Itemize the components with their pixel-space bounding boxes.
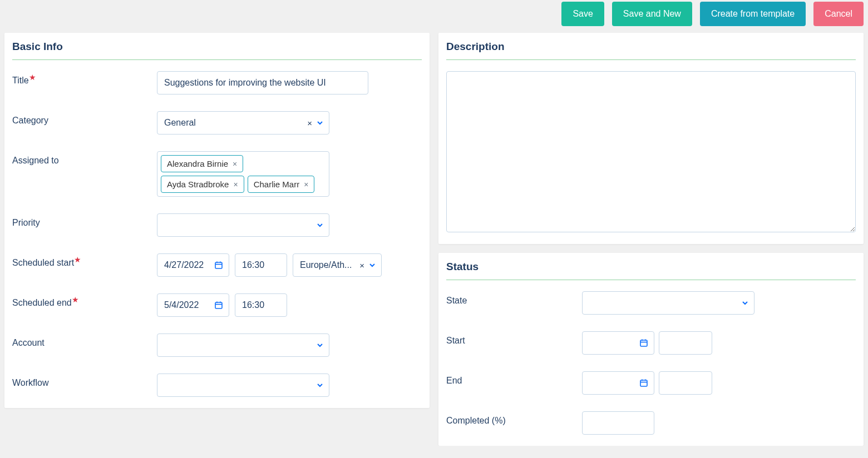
scheduled-end-time-value: 16:30 bbox=[242, 300, 264, 310]
scheduled-end-time-input[interactable]: 16:30 bbox=[235, 293, 287, 317]
label-start: Start bbox=[446, 331, 582, 346]
scheduled-start-time-input[interactable]: 16:30 bbox=[235, 253, 287, 277]
label-scheduled-end-text: Scheduled end bbox=[12, 298, 72, 307]
field-row-title: Title★ bbox=[12, 71, 422, 94]
scheduled-start-date-input[interactable]: 4/27/2022 bbox=[157, 253, 229, 277]
field-row-start: Start bbox=[446, 331, 856, 355]
scheduled-end-date-input[interactable]: 5/4/2022 bbox=[157, 293, 229, 317]
save-and-new-button[interactable]: Save and New bbox=[612, 2, 692, 26]
label-completed: Completed (%) bbox=[446, 411, 582, 426]
field-row-state: State bbox=[446, 291, 856, 315]
remove-tag-icon[interactable]: × bbox=[233, 180, 238, 189]
field-row-completed: Completed (%) bbox=[446, 411, 856, 435]
clear-icon[interactable]: × bbox=[307, 118, 312, 128]
action-toolbar: Save Save and New Create from template C… bbox=[4, 0, 864, 33]
status-panel: Status State Start bbox=[438, 253, 864, 446]
required-star-icon: ★ bbox=[74, 255, 81, 264]
tag-label: Alexandra Birnie bbox=[167, 159, 228, 168]
basic-info-panel: Basic Info Title★ Category General bbox=[4, 33, 430, 408]
svg-rect-0 bbox=[215, 262, 222, 268]
start-time-input[interactable] bbox=[659, 331, 712, 355]
scheduled-start-date-value: 4/27/2022 bbox=[164, 260, 204, 270]
save-button[interactable]: Save bbox=[561, 2, 604, 26]
chevron-down-icon bbox=[317, 342, 323, 349]
end-time-input[interactable] bbox=[659, 371, 712, 395]
assigned-to-input[interactable]: Alexandra Birnie × Ayda Stradbroke × Cha… bbox=[157, 151, 329, 197]
clear-icon[interactable]: × bbox=[359, 261, 364, 270]
required-star-icon: ★ bbox=[72, 295, 79, 304]
label-account: Account bbox=[12, 333, 157, 348]
chevron-down-icon bbox=[317, 120, 323, 126]
timezone-select[interactable]: Europe/Ath... × bbox=[293, 253, 382, 277]
calendar-icon bbox=[639, 338, 648, 347]
label-title: Title★ bbox=[12, 71, 157, 86]
field-row-scheduled-start: Scheduled start★ 4/27/2022 16:30 bbox=[12, 253, 422, 277]
label-scheduled-start-text: Scheduled start bbox=[12, 258, 74, 267]
assignee-tag[interactable]: Ayda Stradbroke × bbox=[161, 176, 244, 193]
field-row-end: End bbox=[446, 371, 856, 395]
title-input[interactable] bbox=[157, 71, 368, 94]
chevron-down-icon bbox=[742, 300, 748, 306]
workflow-select[interactable] bbox=[157, 374, 329, 397]
remove-tag-icon[interactable]: × bbox=[304, 180, 308, 189]
end-date-input[interactable] bbox=[582, 371, 654, 395]
category-value: General bbox=[164, 118, 196, 128]
label-scheduled-start: Scheduled start★ bbox=[12, 253, 157, 268]
calendar-icon bbox=[639, 379, 648, 387]
label-assigned-to: Assigned to bbox=[12, 151, 157, 166]
label-title-text: Title bbox=[12, 76, 29, 85]
remove-tag-icon[interactable]: × bbox=[233, 160, 237, 168]
panel-title-status: Status bbox=[446, 261, 856, 280]
assignee-tag[interactable]: Alexandra Birnie × bbox=[161, 155, 243, 172]
label-workflow: Workflow bbox=[12, 374, 157, 388]
timezone-value: Europe/Ath... bbox=[300, 260, 359, 270]
completed-input[interactable] bbox=[582, 411, 654, 435]
chevron-down-icon bbox=[317, 222, 323, 228]
field-row-workflow: Workflow bbox=[12, 374, 422, 397]
category-select[interactable]: General × bbox=[157, 111, 329, 135]
scheduled-end-date-value: 5/4/2022 bbox=[164, 300, 199, 310]
svg-rect-12 bbox=[640, 380, 647, 386]
label-state: State bbox=[446, 291, 582, 306]
field-row-assigned-to: Assigned to Alexandra Birnie × Ayda Stra… bbox=[12, 151, 422, 197]
calendar-icon bbox=[214, 261, 223, 270]
description-panel: Description bbox=[438, 33, 864, 244]
chevron-down-icon bbox=[369, 262, 376, 268]
scheduled-start-time-value: 16:30 bbox=[242, 260, 264, 270]
panel-title-description: Description bbox=[446, 41, 856, 60]
label-end: End bbox=[446, 371, 582, 386]
assignee-tag[interactable]: Charlie Marr × bbox=[248, 176, 315, 193]
description-textarea[interactable] bbox=[446, 71, 856, 232]
tag-label: Ayda Stradbroke bbox=[167, 180, 229, 189]
svg-rect-4 bbox=[215, 302, 222, 308]
chevron-down-icon bbox=[317, 382, 323, 389]
state-select[interactable] bbox=[582, 291, 754, 315]
panel-title-basic-info: Basic Info bbox=[12, 41, 422, 60]
field-row-category: Category General × bbox=[12, 111, 422, 135]
label-priority: Priority bbox=[12, 213, 157, 228]
label-category: Category bbox=[12, 111, 157, 126]
calendar-icon bbox=[214, 301, 223, 310]
field-row-scheduled-end: Scheduled end★ 5/4/2022 16:30 bbox=[12, 293, 422, 317]
start-date-input[interactable] bbox=[582, 331, 654, 355]
field-row-account: Account bbox=[12, 333, 422, 357]
cancel-button[interactable]: Cancel bbox=[813, 2, 864, 26]
priority-select[interactable] bbox=[157, 213, 329, 237]
create-from-template-button[interactable]: Create from template bbox=[700, 2, 806, 26]
label-scheduled-end: Scheduled end★ bbox=[12, 293, 157, 308]
field-row-priority: Priority bbox=[12, 213, 422, 237]
account-select[interactable] bbox=[157, 333, 329, 357]
required-star-icon: ★ bbox=[29, 73, 36, 82]
tag-label: Charlie Marr bbox=[254, 180, 300, 189]
svg-rect-8 bbox=[640, 340, 647, 346]
